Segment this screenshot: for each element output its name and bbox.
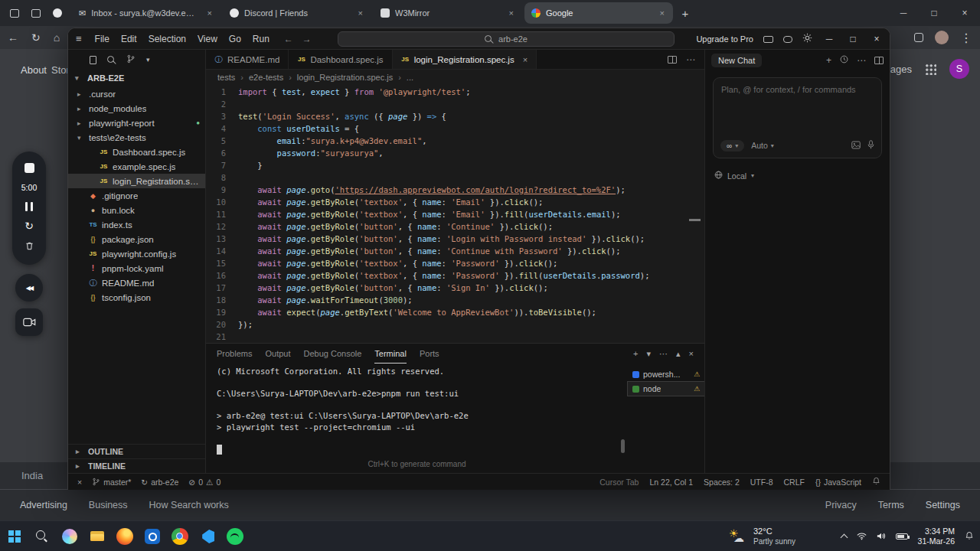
extensions-icon[interactable] (914, 33, 923, 42)
maximize-panel-icon[interactable]: ▴ (676, 349, 681, 359)
volume-icon[interactable] (877, 530, 886, 543)
menu-edit[interactable]: Edit (116, 32, 142, 46)
footer-link-how-search-works[interactable]: How Search works (149, 500, 229, 510)
chat-more-icon[interactable]: ⋯ (857, 55, 866, 66)
search-icon[interactable] (107, 56, 116, 64)
tree-item-pnpm-lock-yaml[interactable]: !pnpm-lock.yaml (68, 261, 205, 276)
tab-close-icon[interactable]: × (523, 55, 528, 64)
tab-close-icon[interactable]: × (357, 8, 364, 18)
split-editor-icon[interactable] (668, 56, 677, 64)
google-about-link[interactable]: About (21, 64, 47, 76)
tree-item--cursor[interactable]: ▸.cursor (68, 86, 205, 101)
browser-profile-avatar[interactable] (935, 31, 949, 44)
terminal-dropdown-icon[interactable]: ▾ (647, 349, 652, 359)
taskbar-chrome-icon[interactable] (170, 527, 190, 546)
browser-window-icon[interactable] (10, 9, 19, 18)
chat-history-icon[interactable] (840, 55, 848, 66)
taskbar-search-icon[interactable] (32, 527, 52, 546)
editor-tab-dashboard-spec-js[interactable]: JSDashboard.spec.js (289, 50, 392, 69)
chat-input-box[interactable]: Plan, @ for context, / for commands ∞ ▾ … (713, 77, 882, 158)
layout-panel-icon[interactable] (763, 36, 773, 43)
pause-recording-button[interactable] (25, 202, 34, 211)
eol-status[interactable]: CRLF (784, 478, 805, 487)
panel-tab-problems[interactable]: Problems (217, 344, 252, 364)
browser-reload-icon[interactable]: ↻ (31, 31, 41, 44)
tree-item-readme-md[interactable]: ⓘREADME.md (68, 276, 205, 290)
browser-home-icon[interactable]: ⌂ (54, 31, 60, 44)
git-branch-item[interactable]: master* (92, 478, 131, 487)
outline-section[interactable]: ▸ OUTLINE (68, 444, 205, 458)
menu-selection[interactable]: Selection (143, 32, 191, 46)
terminal[interactable]: (c) Microsoft Corporation. All rights re… (206, 364, 628, 473)
browser-menu-kebab-icon[interactable]: ⋮ (960, 31, 972, 45)
footer-link-privacy[interactable]: Privacy (825, 500, 857, 510)
source-control-icon[interactable] (126, 53, 136, 67)
taskbar-file-explorer-icon[interactable] (87, 527, 107, 546)
breadcrumb-item[interactable]: e2e-tests (249, 73, 283, 82)
menu-view[interactable]: View (192, 32, 223, 46)
taskbar-firefox-icon[interactable] (115, 527, 135, 546)
panel-more-icon[interactable]: ⋯ (659, 349, 668, 359)
vscode-minimize-button[interactable]: ─ (822, 34, 836, 44)
breadcrumb-item[interactable]: tests (217, 73, 235, 82)
taskbar-spotify-icon[interactable] (225, 527, 245, 546)
panel-tab-ports[interactable]: Ports (420, 344, 439, 364)
menu-go[interactable]: Go (224, 32, 247, 46)
notifications-bell-icon[interactable] (872, 477, 880, 487)
taskbar-clock[interactable]: 3:34 PM 31-Mar-26 (918, 527, 955, 546)
explorer-root[interactable]: ▾ ARB-E2E (68, 70, 205, 86)
collapse-all-icon[interactable]: ▾ (146, 56, 150, 64)
tree-item-index-ts[interactable]: TSindex.ts (68, 217, 205, 232)
new-file-icon[interactable] (90, 56, 96, 64)
browser-close-button[interactable]: × (949, 0, 980, 26)
remote-indicator-icon[interactable]: × (77, 478, 82, 487)
tree-item-bun-lock[interactable]: ●bun.lock (68, 203, 205, 217)
tree-item--gitignore[interactable]: ◆.gitignore (68, 188, 205, 203)
settings-gear-icon[interactable] (802, 32, 812, 46)
tree-item-login-registration-spec-js[interactable]: JSlogin_Registration.spec.js (68, 174, 205, 188)
agent-mode-selector[interactable]: ∞ ▾ (720, 140, 744, 152)
taskbar-outlook-icon[interactable] (142, 527, 162, 546)
tab-close-icon[interactable]: × (206, 8, 214, 18)
close-panel-icon[interactable]: × (689, 349, 694, 358)
model-selector[interactable]: Auto ▾ (751, 141, 774, 150)
footer-link-settings[interactable]: Settings (926, 500, 960, 510)
nav-forward-icon[interactable]: → (302, 34, 312, 44)
tree-item-example-spec-js[interactable]: JSexample.spec.js (68, 159, 205, 174)
microphone-icon[interactable] (867, 139, 874, 152)
panel-tab-debug-console[interactable]: Debug Console (304, 344, 362, 364)
tree-item-dashboard-spec-js[interactable]: JSDashboard.spec.js (68, 145, 205, 159)
open-in-editor-icon[interactable] (874, 57, 884, 64)
problems-status-item[interactable]: ⊘ 0 ⚠ 0 (188, 478, 220, 487)
taskbar-start-icon[interactable] (5, 527, 24, 546)
panel-tab-output[interactable]: Output (265, 344, 290, 364)
scrollbar-marker[interactable] (689, 219, 701, 221)
tab-group-icon[interactable] (31, 9, 41, 18)
tab-close-icon[interactable]: × (508, 8, 515, 18)
chat-toggle-icon[interactable] (783, 36, 792, 43)
code-editor[interactable]: 1import { test, expect } from '@playwrig… (206, 85, 704, 343)
delete-recording-icon[interactable] (24, 240, 34, 254)
menu-file[interactable]: File (90, 32, 115, 46)
camera-toggle-button[interactable] (15, 308, 43, 336)
new-tab-button[interactable]: + (675, 3, 695, 23)
browser-tab[interactable]: Discord | Friends× (223, 2, 371, 24)
editor-tab-login-registration-spec-js[interactable]: JSlogin_Registration.spec.js× (393, 50, 537, 69)
rewind-button[interactable]: ◀◀ (15, 274, 43, 302)
tree-item-playwright-report[interactable]: ▸playwright-report● (68, 116, 205, 130)
browser-tab[interactable]: ✉Inbox - surya.k@w3dev.email - W3× (72, 2, 220, 24)
taskbar-weather-widget[interactable]: ☀☁ 32°C Partly sunny (729, 521, 795, 551)
project-status-item[interactable]: ↻ arb-e2e (141, 478, 178, 487)
upgrade-to-pro-button[interactable]: Upgrade to Pro (696, 34, 753, 44)
stop-recording-button[interactable] (24, 163, 34, 173)
restart-recording-icon[interactable]: ↻ (24, 221, 34, 230)
footer-link-terms[interactable]: Terms (878, 500, 904, 510)
attach-image-icon[interactable] (851, 139, 861, 152)
browser-minimize-button[interactable]: ─ (888, 0, 919, 26)
vscode-maximize-button[interactable]: □ (846, 34, 860, 44)
new-terminal-icon[interactable]: + (633, 349, 638, 358)
chat-title-tab[interactable]: New Chat (711, 54, 762, 67)
panel-tab-terminal[interactable]: Terminal (374, 344, 407, 364)
cursor-position-status[interactable]: Ln 22, Col 1 (649, 478, 693, 487)
taskbar-copilot-icon[interactable] (60, 527, 80, 546)
